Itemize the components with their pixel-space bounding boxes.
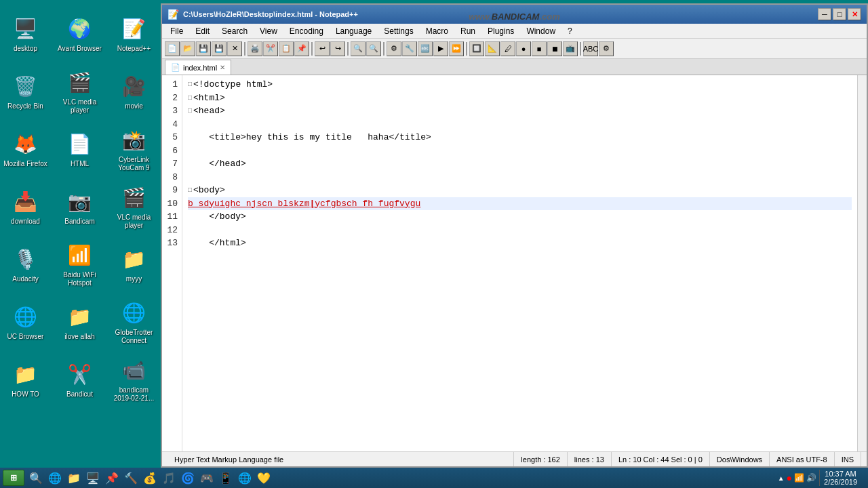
tray-record-icon: ● xyxy=(787,472,792,483)
vlc-shortcut[interactable]: 🎬 VLC media player xyxy=(54,64,105,119)
new-file-button[interactable]: 📄 xyxy=(165,41,180,56)
open-file-button[interactable]: 📂 xyxy=(180,41,195,56)
recycle-bin-shortcut[interactable]: 🗑️ Recycle Bin xyxy=(0,64,51,119)
taskbar-pin-icon[interactable]: 📌 xyxy=(103,469,121,487)
download-label: download xyxy=(11,218,40,226)
print-button[interactable]: 🖨️ xyxy=(248,41,262,56)
tool-btn8[interactable]: ▶ xyxy=(433,41,448,56)
menu-search[interactable]: Search xyxy=(216,24,253,38)
firefox-shortcut[interactable]: 🦊 Mozilla Firefox xyxy=(0,122,51,176)
menu-macro[interactable]: Macro xyxy=(420,24,454,38)
notepadpp-label: Notepad++ xyxy=(117,45,151,53)
tool-btn13[interactable]: ● xyxy=(516,41,531,56)
menu-window[interactable]: Window xyxy=(521,24,561,38)
redo-button[interactable]: ↪ xyxy=(330,41,345,56)
toolbar-sep4 xyxy=(383,42,384,56)
code-line-3: □<head> xyxy=(188,104,852,118)
menu-bar: File Edit Search View Encoding Language … xyxy=(162,24,867,39)
taskbar-folder-icon[interactable]: 📁 xyxy=(65,469,83,487)
undo-button[interactable]: ↩ xyxy=(315,41,330,56)
copy-button[interactable]: 📋 xyxy=(279,41,294,56)
tool-btn17[interactable]: ⚙ xyxy=(599,41,614,56)
baidu-wifi-shortcut[interactable]: 📶 Baidu WiFi Hotspot xyxy=(54,237,105,291)
menu-file[interactable]: File xyxy=(165,24,189,38)
toolbar-sep2 xyxy=(311,42,313,56)
taskbar-monitor-icon[interactable]: 🖥️ xyxy=(84,469,102,487)
code-editor[interactable]: □<!doctype html> □<html> □<head> <title>… xyxy=(182,75,857,451)
tab-label: index.html xyxy=(183,64,217,72)
scroll-bar-vertical[interactable] xyxy=(857,75,867,451)
save-button[interactable]: 💾 xyxy=(196,41,211,56)
taskbar-globe-icon[interactable]: 🌐 xyxy=(236,469,254,487)
tool-btn14[interactable]: ■ xyxy=(532,41,547,56)
tool-btn15[interactable]: ⏹ xyxy=(547,41,562,56)
desktop-shortcut[interactable]: 🖥️ desktop xyxy=(0,7,51,61)
taskbar-browser-icon[interactable]: 🌐 xyxy=(46,469,64,487)
html-label: HTML xyxy=(71,160,89,168)
tray-arrow-icon[interactable]: ▲ xyxy=(778,474,785,482)
insert-mode-label: INS xyxy=(842,455,854,464)
howto-shortcut[interactable]: 📁 HOW TO xyxy=(0,352,51,407)
cut-button[interactable]: ✂️ xyxy=(263,41,278,56)
menu-language[interactable]: Language xyxy=(330,24,377,38)
bandicam-shortcut[interactable]: 📷 Bandicam xyxy=(54,180,105,234)
taskbar-chat-icon[interactable]: 💛 xyxy=(255,469,273,487)
close-button2[interactable]: ✕ xyxy=(227,41,242,56)
menu-run[interactable]: Run xyxy=(455,24,481,38)
tool-btn5[interactable]: ⚙ xyxy=(387,41,401,56)
tool-btn9[interactable]: ⏩ xyxy=(449,41,464,56)
tool-btn16[interactable]: 📺 xyxy=(563,41,578,56)
menu-edit[interactable]: Edit xyxy=(190,24,215,38)
taskbar-media-icon[interactable]: 🎵 xyxy=(160,469,178,487)
globetrotter-shortcut[interactable]: 🌐 GlobeTrotter Connect xyxy=(108,295,159,349)
tool-btn6[interactable]: 🔧 xyxy=(402,41,417,56)
taskbar-phone-icon[interactable]: 📱 xyxy=(217,469,235,487)
bandicam2-shortcut[interactable]: 📹 bandicam 2019-02-21... xyxy=(108,352,159,407)
menu-encoding[interactable]: Encoding xyxy=(284,24,329,38)
save-all-button[interactable]: 💾 xyxy=(212,41,226,56)
taskbar-search-icon[interactable]: 🔍 xyxy=(27,469,45,487)
movie-icon: 🎥 xyxy=(121,73,148,100)
taskbar-tool-icon[interactable]: 🔨 xyxy=(122,469,140,487)
audacity-icon: 🎙️ xyxy=(12,245,39,272)
clock[interactable]: 10:37 AM 2/26/2019 xyxy=(819,470,861,486)
tool-btn11[interactable]: 📐 xyxy=(485,41,500,56)
howto-icon: 📁 xyxy=(12,361,39,388)
tool-btn10[interactable]: 🔲 xyxy=(469,41,484,56)
taskbar-spin-icon[interactable]: 🌀 xyxy=(179,469,197,487)
tab-close-button[interactable]: ✕ xyxy=(220,64,225,71)
menu-view[interactable]: View xyxy=(254,24,283,38)
menu-help[interactable]: ? xyxy=(562,24,578,38)
movie-shortcut[interactable]: 🎥 movie xyxy=(108,64,159,119)
line-numbers: 1 2 3 4 5 6 7 8 9 10 11 12 13 xyxy=(162,75,182,451)
vlc2-shortcut[interactable]: 🎬 VLC media player xyxy=(108,180,159,234)
code-line-4 xyxy=(188,118,852,131)
tool-btn7[interactable]: 🔤 xyxy=(418,41,433,56)
myyy-shortcut[interactable]: 📁 myyy xyxy=(108,237,159,291)
start-button[interactable]: ⊞ xyxy=(3,470,24,486)
uc-browser-shortcut[interactable]: 🌐 UC Browser xyxy=(0,295,51,349)
spellcheck-button[interactable]: ABC xyxy=(583,41,598,56)
menu-settings[interactable]: Settings xyxy=(378,24,418,38)
maximize-button[interactable]: □ xyxy=(833,8,846,20)
zoom-out-button[interactable]: 🔍 xyxy=(366,41,381,56)
tool-btn12[interactable]: 🖊 xyxy=(500,41,515,56)
vlc2-icon: 🎬 xyxy=(121,184,148,211)
download-shortcut[interactable]: 📥 download xyxy=(0,180,51,234)
menu-plugins[interactable]: Plugins xyxy=(482,24,519,38)
cyberlink-shortcut[interactable]: 📸 CyberLink YouCam 9 xyxy=(108,122,159,176)
taskbar-coin-icon[interactable]: 💰 xyxy=(141,469,159,487)
ilove-shortcut[interactable]: 📁 ilove allah xyxy=(54,295,105,349)
close-button[interactable]: ✕ xyxy=(848,8,861,20)
avant-browser-shortcut[interactable]: 🌍 Avant Browser xyxy=(54,7,105,61)
bandicut-shortcut[interactable]: ✂️ Bandicut xyxy=(54,352,105,407)
zoom-in-button[interactable]: 🔍 xyxy=(351,41,366,56)
tab-index-html[interactable]: 📄 index.html ✕ xyxy=(165,60,231,75)
taskbar-game-icon[interactable]: 🎮 xyxy=(198,469,216,487)
html-shortcut[interactable]: 📄 HTML xyxy=(54,122,105,176)
audacity-shortcut[interactable]: 🎙️ Audacity xyxy=(0,237,51,291)
paste-button[interactable]: 📌 xyxy=(294,41,309,56)
globetrotter-label: GlobeTrotter Connect xyxy=(112,329,156,345)
minimize-button[interactable]: ─ xyxy=(818,8,831,20)
notepadpp-shortcut[interactable]: 📝 Notepad++ xyxy=(108,7,159,61)
